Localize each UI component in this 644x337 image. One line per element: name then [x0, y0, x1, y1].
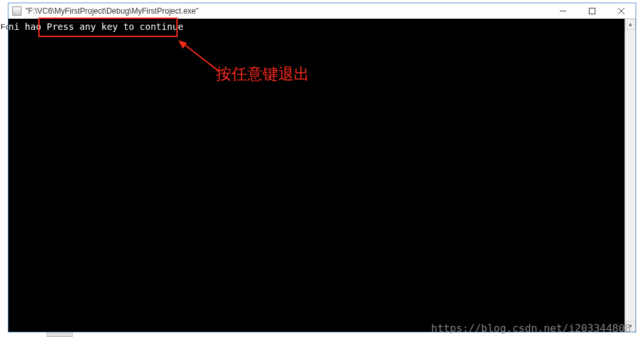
console-area: ni hao Press any key to continue ▲ ▼ — [8, 19, 636, 332]
svg-rect-0 — [589, 8, 595, 14]
window-controls — [548, 3, 636, 18]
close-button[interactable] — [606, 3, 636, 18]
scroll-down-button[interactable]: ▼ — [625, 321, 636, 332]
window-title: "F:\VC6\MyFirstProject\Debug\MyFirstProj… — [25, 6, 198, 16]
console-content[interactable]: ni hao Press any key to continue — [8, 19, 625, 332]
vertical-scrollbar[interactable]: ▲ ▼ — [625, 19, 636, 332]
scroll-up-button[interactable]: ▲ — [625, 19, 636, 30]
titlebar-left: "F:\VC6\MyFirstProject\Debug\MyFirstProj… — [8, 6, 198, 16]
minimize-button[interactable] — [548, 3, 577, 18]
scroll-track[interactable] — [625, 30, 636, 321]
app-icon — [12, 6, 21, 16]
console-window: "F:\VC6\MyFirstProject\Debug\MyFirstProj… — [8, 3, 636, 332]
maximize-button[interactable] — [577, 3, 606, 18]
console-output-prefix: ni hao — [8, 21, 47, 32]
titlebar[interactable]: "F:\VC6\MyFirstProject\Debug\MyFirstProj… — [8, 3, 636, 19]
console-prompt: Press any key to continue — [47, 21, 184, 32]
background-ide-fragment — [47, 332, 73, 337]
